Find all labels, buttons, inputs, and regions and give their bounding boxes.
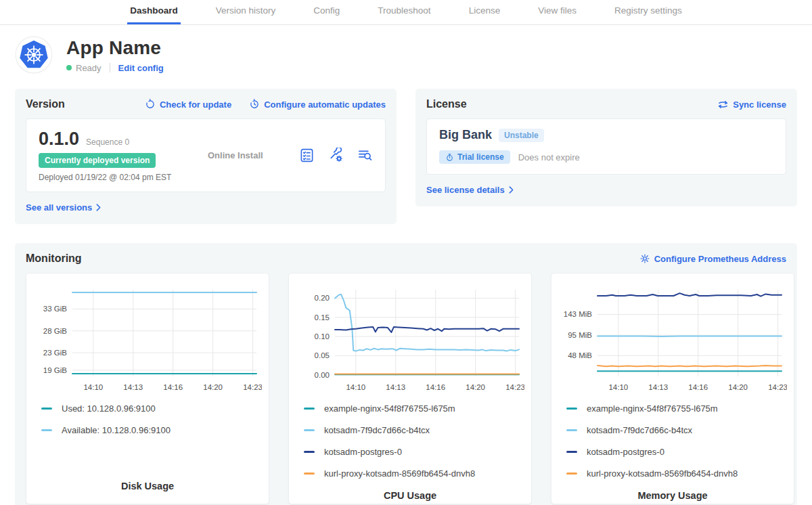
legend-label: kurl-proxy-kotsadm-8569fb6454-dnvh8 <box>587 468 738 479</box>
sync-license-link[interactable]: Sync license <box>717 99 786 110</box>
svg-text:14:10: 14:10 <box>83 383 103 391</box>
legend-label: kurl-proxy-kotsadm-8569fb6454-dnvh8 <box>324 468 475 479</box>
legend-item: kurl-proxy-kotsadm-8569fb6454-dnvh8 <box>304 468 524 479</box>
svg-text:19 GiB: 19 GiB <box>43 366 67 374</box>
legend-label: example-nginx-54f8f76755-l675m <box>324 403 455 414</box>
version-card: Version Check for update Co <box>15 89 397 224</box>
svg-text:14:16: 14:16 <box>688 383 708 391</box>
svg-text:28 GiB: 28 GiB <box>43 327 67 335</box>
cpu-usage-chart-card: 0.200.150.100.050.0014:1014:1314:1614:20… <box>288 273 532 504</box>
legend-label: kotsadm-7f9dc7d66c-b4tcx <box>324 425 430 435</box>
legend-swatch-icon <box>566 473 577 475</box>
svg-text:14:20: 14:20 <box>203 383 223 391</box>
license-customer-name: Big Bank <box>439 128 492 142</box>
svg-text:0.05: 0.05 <box>315 351 330 359</box>
legend-item: kotsadm-postgres-0 <box>566 447 787 457</box>
tab-config[interactable]: Config <box>311 0 342 24</box>
memory-usage-legend: example-nginx-54f8f76755-l675mkotsadm-7f… <box>566 403 787 490</box>
legend-label: Available: 10.128.0.96:9100 <box>62 425 171 435</box>
legend-swatch-icon <box>304 408 315 410</box>
svg-text:33 GiB: 33 GiB <box>43 305 67 313</box>
svg-text:14:10: 14:10 <box>608 383 628 391</box>
legend-label: kotsadm-postgres-0 <box>587 447 664 457</box>
svg-text:14:16: 14:16 <box>163 383 183 391</box>
configure-automatic-updates-link[interactable]: Configure automatic updates <box>249 99 386 110</box>
svg-text:0.00: 0.00 <box>315 371 330 379</box>
top-nav: DashboardVersion historyConfigTroublesho… <box>0 0 812 25</box>
monitoring-title: Monitoring <box>26 252 82 265</box>
view-logs-icon[interactable] <box>357 148 373 163</box>
gear-icon <box>639 253 650 264</box>
stopwatch-icon <box>445 153 454 162</box>
app-header: App Name Ready Edit config <box>0 25 812 89</box>
series-line <box>597 336 782 337</box>
chart-title: Memory Usage <box>558 490 787 501</box>
svg-text:95 MiB: 95 MiB <box>568 331 592 339</box>
svg-text:0.15: 0.15 <box>315 313 330 322</box>
memory-usage-chart-card: 143 MiB95 MiB48 MiB14:1014:1314:1614:201… <box>551 273 794 504</box>
legend-swatch-icon <box>566 408 577 410</box>
tab-view-files[interactable]: View files <box>535 0 579 24</box>
version-number: 0.1.0 <box>39 129 79 150</box>
tab-troubleshoot[interactable]: Troubleshoot <box>375 0 433 24</box>
svg-text:14:23: 14:23 <box>243 383 262 391</box>
legend-item: example-nginx-54f8f76755-l675m <box>304 403 524 414</box>
svg-text:14:16: 14:16 <box>426 383 445 391</box>
legend-swatch-icon <box>566 451 577 453</box>
series-line <box>597 366 782 366</box>
configure-prometheus-link[interactable]: Configure Prometheus Address <box>639 253 786 264</box>
tab-dashboard[interactable]: Dashboard <box>127 0 181 24</box>
legend-swatch-icon <box>41 429 52 431</box>
svg-text:0.10: 0.10 <box>315 332 330 341</box>
license-card-title: License <box>426 98 467 110</box>
edit-config-tools-icon[interactable] <box>328 148 344 163</box>
check-for-update-link[interactable]: Check for update <box>145 99 231 110</box>
page-title: App Name <box>66 37 164 59</box>
sync-arrows-icon <box>717 99 729 110</box>
deployed-timestamp: Deployed 01/19/22 @ 02:04 pm EST <box>39 173 208 182</box>
version-sequence: Sequence 0 <box>86 137 129 147</box>
tab-version-history[interactable]: Version history <box>213 0 279 24</box>
svg-text:14:20: 14:20 <box>728 383 748 391</box>
see-all-versions-link[interactable]: See all versions <box>26 202 101 213</box>
see-license-details-link[interactable]: See license details <box>426 185 514 195</box>
install-type-label: Online Install <box>208 150 299 160</box>
chart-title: CPU Usage <box>296 490 524 501</box>
chart-title: Disk Usage <box>33 481 262 491</box>
svg-text:14:13: 14:13 <box>386 383 405 391</box>
svg-text:14:20: 14:20 <box>466 383 485 391</box>
legend-swatch-icon <box>304 451 315 453</box>
chevron-right-icon <box>509 186 514 194</box>
legend-swatch-icon <box>566 429 577 431</box>
memory-usage-chart: 143 MiB95 MiB48 MiB14:1014:1314:1614:201… <box>558 282 787 395</box>
series-line <box>335 294 519 351</box>
legend-label: kotsadm-postgres-0 <box>324 447 402 457</box>
chevron-right-icon <box>96 204 101 211</box>
legend-label: Used: 10.128.0.96:9100 <box>62 403 156 414</box>
cpu-usage-legend: example-nginx-54f8f76755-l675mkotsadm-7f… <box>304 403 524 490</box>
series-line <box>335 327 519 332</box>
edit-config-link[interactable]: Edit config <box>118 63 164 73</box>
schedule-update-icon <box>249 99 260 110</box>
license-expiry-text: Does not expire <box>518 152 580 162</box>
license-card: License Sync license Big Bank Unstable <box>415 89 797 206</box>
deployed-status-badge: Currently deployed version <box>39 153 156 168</box>
svg-text:14:23: 14:23 <box>768 383 787 391</box>
legend-item: example-nginx-54f8f76755-l675m <box>566 403 787 414</box>
preflight-checks-icon[interactable] <box>299 148 315 163</box>
svg-text:14:13: 14:13 <box>123 383 143 391</box>
series-line <box>597 293 782 297</box>
legend-swatch-icon <box>304 473 315 475</box>
svg-text:14:10: 14:10 <box>346 383 365 391</box>
legend-item: Available: 10.128.0.96:9100 <box>41 425 262 435</box>
legend-label: example-nginx-54f8f76755-l675m <box>587 403 718 414</box>
divider <box>110 63 110 72</box>
version-card-title: Version <box>26 98 65 110</box>
svg-text:14:23: 14:23 <box>505 383 524 391</box>
disk-usage-chart-card: 33 GiB28 GiB23 GiB19 GiB14:1014:1314:161… <box>26 273 269 504</box>
tab-license[interactable]: License <box>466 0 503 24</box>
legend-item: kotsadm-7f9dc7d66c-b4tcx <box>566 425 787 435</box>
tab-registry-settings[interactable]: Registry settings <box>612 0 685 24</box>
legend-item: kotsadm-postgres-0 <box>304 447 524 457</box>
license-type-badge: Trial license <box>439 150 510 164</box>
